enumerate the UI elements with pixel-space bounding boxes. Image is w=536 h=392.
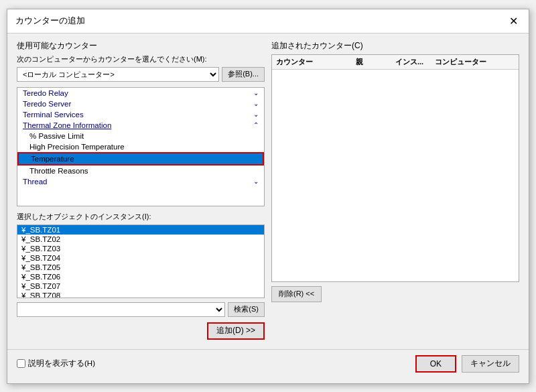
chevron-down-icon: ⌄ [253, 178, 259, 185]
cancel-button[interactable]: キャンセル [462, 355, 519, 373]
dialog-content: 使用可能なカウンター 次のコンピューターからカウンターを選んでください(M): … [7, 34, 529, 346]
counter-item-label: Thermal Zone Information [23, 121, 111, 129]
counter-item-thermal-zone[interactable]: Thermal Zone Information ⌃ [17, 120, 264, 131]
counter-item-label: Throttle Reasons [29, 167, 88, 175]
counter-item-label: Terminal Services [23, 111, 84, 119]
instance-item-tz06[interactable]: ¥_SB.TZ06 [17, 272, 264, 281]
counter-item-terminal-services[interactable]: Terminal Services ⌄ [17, 109, 264, 120]
add-row: 追加(D) >> [17, 322, 265, 340]
added-counters-table: カウンター 親 インス... コンピューター [271, 54, 519, 282]
instance-item-tz01[interactable]: ¥_SB.TZ01 [17, 225, 264, 235]
counter-list[interactable]: Teredo Relay ⌄ Teredo Server ⌄ Terminal … [17, 87, 265, 206]
close-button[interactable]: ✕ [507, 15, 521, 27]
counter-item-passive-limit[interactable]: % Passive Limit [17, 131, 264, 141]
col-parent-header: 親 [356, 57, 395, 67]
col-instance-header: インス... [395, 57, 435, 67]
chevron-down-icon: ⌄ [253, 100, 259, 107]
title-bar: カウンターの追加 ✕ [7, 9, 529, 34]
chevron-down-icon: ⌄ [253, 89, 259, 96]
added-counters-label: 追加されたカウンター(C) [271, 40, 519, 52]
delete-row: 削除(R) << [271, 286, 519, 302]
left-panel: 使用可能なカウンター 次のコンピューターからカウンターを選んでください(M): … [17, 40, 265, 340]
show-description-label: 説明を表示する(H) [28, 358, 95, 369]
counter-item-label: Temperature [31, 155, 74, 163]
instance-item-tz05[interactable]: ¥_SB.TZ05 [17, 263, 264, 272]
ok-button[interactable]: OK [415, 355, 456, 373]
instance-item-tz07[interactable]: ¥_SB.TZ07 [17, 281, 264, 291]
instance-item-tz04[interactable]: ¥_SB.TZ04 [17, 253, 264, 263]
chevron-down-icon: ⌄ [253, 111, 259, 118]
search-button[interactable]: 検索(S) [228, 302, 265, 317]
counter-item-temperature[interactable]: Temperature [17, 152, 264, 166]
counter-item-thread[interactable]: Thread ⌄ [17, 176, 264, 187]
counter-item-label: Thread [23, 178, 47, 186]
instance-item-tz08[interactable]: ¥_SB.TZ08 [17, 291, 264, 298]
add-button[interactable]: 追加(D) >> [207, 322, 265, 340]
computer-select-row: <ローカル コンピューター> 参照(B)... [17, 67, 265, 82]
counter-item-throttle[interactable]: Throttle Reasons [17, 166, 264, 176]
instance-item-tz03[interactable]: ¥_SB.TZ03 [17, 244, 264, 253]
computer-select-label: 次のコンピューターからカウンターを選んでください(M): [17, 54, 265, 64]
instance-item-tz02[interactable]: ¥_SB.TZ02 [17, 235, 264, 244]
search-input[interactable] [17, 302, 225, 317]
show-description-checkbox[interactable] [17, 359, 25, 368]
delete-button[interactable]: 削除(R) << [271, 286, 322, 302]
footer-buttons: OK キャンセル [415, 355, 519, 373]
add-counter-dialog: カウンターの追加 ✕ 使用可能なカウンター 次のコンピューターからカウンターを選… [7, 9, 529, 384]
counter-item-teredo-relay[interactable]: Teredo Relay ⌄ [17, 88, 264, 99]
instance-list[interactable]: ¥_SB.TZ01 ¥_SB.TZ02 ¥_SB.TZ03 ¥_SB.TZ04 … [17, 224, 265, 298]
browse-button[interactable]: 参照(B)... [222, 67, 265, 82]
counter-item-teredo-server[interactable]: Teredo Server ⌄ [17, 99, 264, 109]
instance-label: 選択したオブジェクトのインスタンス(I): [17, 212, 265, 222]
available-counters-label: 使用可能なカウンター [17, 40, 265, 52]
counter-item-label: High Precision Temperature [29, 143, 125, 151]
counter-item-label: Teredo Server [23, 100, 71, 108]
dialog-footer: 説明を表示する(H) OK キャンセル [7, 349, 529, 379]
counter-item-label: Teredo Relay [23, 89, 68, 97]
col-computer-header: コンピューター [435, 57, 515, 67]
computer-select[interactable]: <ローカル コンピューター> [17, 67, 219, 82]
right-panel: 追加されたカウンター(C) カウンター 親 インス... コンピューター 削除(… [271, 40, 519, 340]
chevron-up-icon: ⌃ [253, 121, 259, 129]
search-row: 検索(S) [17, 302, 265, 317]
table-header: カウンター 親 インス... コンピューター [272, 55, 519, 70]
counter-item-high-precision[interactable]: High Precision Temperature [17, 141, 264, 152]
dialog-title: カウンターの追加 [15, 15, 85, 27]
show-description-row: 説明を表示する(H) [17, 358, 95, 369]
col-counter-header: カウンター [276, 57, 356, 67]
counter-item-label: % Passive Limit [29, 132, 84, 140]
